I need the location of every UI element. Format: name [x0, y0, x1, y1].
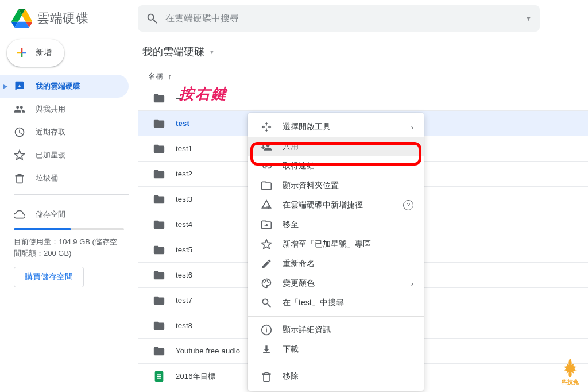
sidebar-item-shared[interactable]: 與我共用 — [0, 98, 129, 121]
google-drive-icon — [11, 8, 32, 29]
context-menu-item-move-to[interactable]: 移至 — [248, 215, 424, 235]
context-menu-item-rename[interactable]: 重新命名 — [248, 254, 424, 274]
context-menu-item-label: 在「test」中搜尋 — [283, 298, 344, 308]
context-menu-item-link[interactable]: 取得連結 — [248, 156, 424, 176]
move-to-icon — [261, 219, 272, 230]
folder-icon — [153, 294, 165, 307]
sidebar-divider — [14, 194, 129, 195]
context-menu-item-download[interactable]: 下載 — [248, 340, 424, 359]
sheets-icon — [153, 370, 165, 383]
context-menu-item-label: 移除 — [283, 371, 299, 382]
sidebar-item-recent[interactable]: 近期存取 — [0, 121, 129, 144]
context-menu-item-label: 共用 — [283, 141, 299, 152]
context-menu-item-folder-outline[interactable]: 顯示資料夾位置 — [248, 176, 424, 195]
sidebar-item-starred[interactable]: 已加星號 — [0, 144, 129, 167]
context-menu-item-label: 取得連結 — [283, 161, 315, 171]
context-menu-item-search[interactable]: 在「test」中搜尋 — [248, 293, 424, 313]
new-button-label: 新增 — [36, 48, 52, 58]
search-icon — [146, 12, 158, 25]
storage-usage-text: 目前使用量：104.9 GB (儲存空間配額：200 GB) — [14, 236, 124, 259]
context-menu-item-label: 選擇開啟工具 — [283, 122, 331, 132]
plus-icon — [15, 46, 29, 60]
context-menu-item-trash[interactable]: 移除 — [248, 367, 424, 386]
context-menu-item-label: 顯示詳細資訊 — [283, 325, 331, 335]
file-row[interactable]: — — [138, 86, 588, 111]
svg-point-4 — [268, 282, 269, 283]
people-icon — [14, 103, 25, 115]
search-bar[interactable]: ▼ — [138, 5, 540, 32]
folder-icon — [153, 117, 165, 130]
watermark: 科技兔 — [560, 358, 580, 386]
column-name-header: 名稱 — [148, 71, 163, 82]
rename-icon — [261, 258, 272, 270]
context-menu-item-label: 移至 — [283, 220, 299, 230]
expand-caret-icon[interactable]: ▶ — [3, 83, 7, 89]
context-menu-item-label: 新增至「已加星號」專區 — [283, 239, 371, 249]
person-add-icon — [261, 141, 272, 152]
svg-point-2 — [265, 280, 266, 282]
breadcrumb-dropdown-icon[interactable]: ▼ — [209, 49, 215, 55]
folder-icon — [153, 92, 165, 105]
clock-icon — [14, 126, 25, 138]
drive-icon — [14, 80, 25, 92]
search-icon — [261, 297, 272, 309]
context-menu-item-label: 在雲端硬碟中新增捷徑 — [283, 200, 363, 210]
svg-point-1 — [264, 282, 265, 283]
info-icon — [261, 324, 272, 336]
folder-outline-icon — [261, 180, 272, 191]
context-menu-item-open-with[interactable]: 選擇開啟工具› — [248, 117, 424, 137]
breadcrumb-title: 我的雲端硬碟 — [142, 45, 204, 59]
storage-progress-fill — [14, 228, 71, 230]
sidebar-item-storage[interactable]: 儲存空間 — [14, 203, 124, 226]
chevron-right-icon: › — [411, 123, 413, 132]
palette-icon — [261, 278, 272, 289]
file-name: — — [176, 94, 574, 102]
context-menu-item-label: 變更顏色 — [283, 278, 315, 289]
logo-area[interactable]: 雲端硬碟 — [9, 8, 138, 29]
link-icon — [261, 160, 272, 172]
context-menu-item-star[interactable]: 新增至「已加星號」專區 — [248, 235, 424, 254]
chevron-right-icon: › — [411, 279, 413, 288]
sidebar-item-my-drive[interactable]: ▶ 我的雲端硬碟 — [0, 75, 129, 98]
folder-icon — [153, 345, 165, 358]
drive-shortcut-icon — [261, 199, 272, 211]
header-bar: 雲端硬碟 ▼ — [0, 0, 588, 37]
download-icon — [261, 344, 272, 355]
folder-icon — [153, 193, 165, 206]
list-header[interactable]: 名稱 ↑ — [138, 68, 588, 86]
star-icon — [14, 149, 25, 161]
search-options-caret-icon[interactable]: ▼ — [525, 15, 532, 22]
folder-icon — [153, 269, 165, 282]
sidebar-item-label: 我的雲端硬碟 — [36, 81, 80, 91]
context-menu-item-drive-shortcut[interactable]: 在雲端硬碟中新增捷徑? — [248, 195, 424, 215]
folder-icon — [153, 218, 165, 231]
buy-storage-button[interactable]: 購買儲存空間 — [14, 267, 84, 287]
sidebar: 新增 ▶ 我的雲端硬碟 與我共用 近期存取 — [0, 37, 138, 392]
sidebar-item-trash[interactable]: 垃圾桶 — [0, 167, 129, 190]
context-menu-item-label: 顯示資料夾位置 — [283, 180, 339, 191]
context-menu-item-palette[interactable]: 變更顏色› — [248, 274, 424, 293]
sidebar-item-label: 垃圾桶 — [36, 173, 58, 183]
svg-point-3 — [267, 280, 268, 282]
context-menu-divider — [248, 363, 424, 363]
folder-icon — [153, 168, 165, 180]
sidebar-item-label: 已加星號 — [36, 150, 65, 160]
context-menu-item-person-add[interactable]: 共用 — [248, 137, 424, 156]
folder-icon — [153, 143, 165, 155]
search-input[interactable] — [165, 13, 525, 24]
storage-label: 儲存空間 — [36, 209, 65, 220]
help-icon[interactable]: ? — [403, 200, 413, 210]
open-with-icon — [261, 121, 272, 133]
folder-icon — [153, 244, 165, 256]
trash-icon — [261, 371, 272, 382]
breadcrumb[interactable]: 我的雲端硬碟 ▼ — [138, 39, 588, 68]
trash-icon — [14, 172, 25, 184]
new-button[interactable]: 新增 — [7, 39, 64, 67]
context-menu-divider — [248, 316, 424, 317]
watermark-label: 科技兔 — [562, 378, 579, 386]
sort-arrow-icon[interactable]: ↑ — [168, 72, 172, 81]
sidebar-item-label: 與我共用 — [36, 104, 65, 114]
storage-progress-bar — [14, 228, 124, 230]
context-menu: 選擇開啟工具›共用取得連結顯示資料夾位置在雲端硬碟中新增捷徑?移至新增至「已加星… — [248, 113, 424, 391]
context-menu-item-info[interactable]: 顯示詳細資訊 — [248, 320, 424, 340]
